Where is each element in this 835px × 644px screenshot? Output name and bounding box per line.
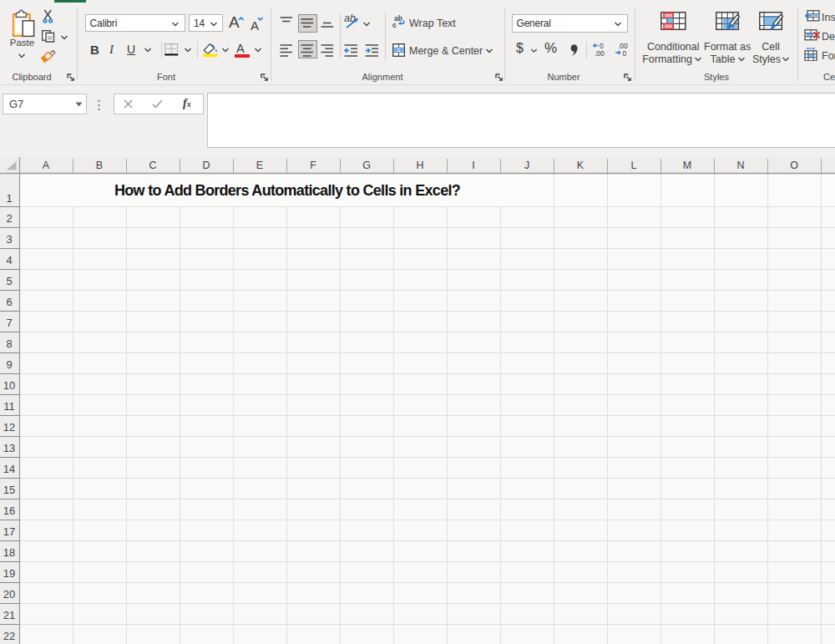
svg-text:1: 1 bbox=[6, 192, 12, 205]
svg-text:c: c bbox=[392, 21, 397, 29]
svg-text:8: 8 bbox=[6, 337, 12, 350]
svg-text:I: I bbox=[472, 160, 474, 171]
svg-text:18: 18 bbox=[3, 546, 15, 559]
svg-text:0: 0 bbox=[623, 49, 627, 57]
svg-text:M: M bbox=[683, 160, 691, 171]
svg-text:19: 19 bbox=[3, 567, 15, 580]
svg-text:13: 13 bbox=[3, 442, 15, 454]
svg-text:L: L bbox=[631, 160, 637, 171]
svg-text:7: 7 bbox=[6, 317, 12, 329]
svg-text:10: 10 bbox=[3, 379, 15, 392]
svg-text:J: J bbox=[524, 160, 529, 171]
svg-text:21: 21 bbox=[3, 609, 15, 621]
svg-text:14: 14 bbox=[3, 463, 15, 475]
svg-text:11: 11 bbox=[3, 400, 15, 413]
svg-text:O: O bbox=[790, 160, 798, 171]
svg-text:4: 4 bbox=[6, 254, 12, 266]
svg-text:22: 22 bbox=[3, 630, 15, 642]
svg-text:15: 15 bbox=[3, 484, 15, 496]
svg-text:B: B bbox=[96, 160, 103, 171]
svg-text:K: K bbox=[577, 160, 584, 171]
svg-text:17: 17 bbox=[3, 525, 15, 538]
svg-text:20: 20 bbox=[3, 588, 15, 601]
svg-text:12: 12 bbox=[3, 421, 15, 434]
svg-text:.00: .00 bbox=[595, 49, 605, 57]
svg-text:9: 9 bbox=[6, 358, 12, 371]
svg-text:5: 5 bbox=[6, 275, 12, 287]
svg-text:A: A bbox=[43, 160, 50, 171]
svg-text:3: 3 bbox=[6, 233, 12, 246]
svg-text:D: D bbox=[202, 160, 210, 171]
svg-text:2: 2 bbox=[6, 212, 12, 225]
svg-text:E: E bbox=[256, 160, 263, 171]
svg-text:C: C bbox=[149, 160, 156, 171]
svg-text:G: G bbox=[362, 160, 371, 171]
svg-text:F: F bbox=[310, 160, 316, 171]
svg-text:H: H bbox=[416, 160, 423, 171]
svg-text:16: 16 bbox=[3, 505, 15, 517]
svg-text:N: N bbox=[736, 160, 744, 171]
svg-text:6: 6 bbox=[6, 296, 12, 308]
